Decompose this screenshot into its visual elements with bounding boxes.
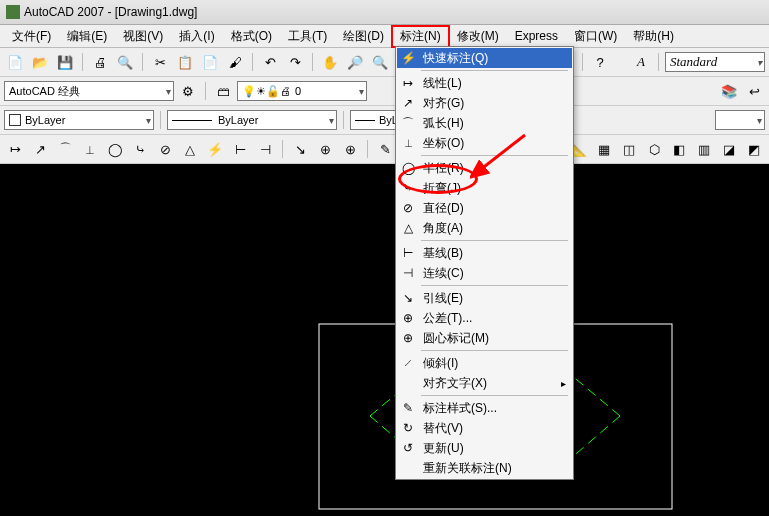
dim-tolerance-icon[interactable]: ⊕ xyxy=(314,138,336,160)
menu-编辑(E)[interactable]: 编辑(E) xyxy=(59,26,115,47)
menuitem-直径(D)[interactable]: ⊘直径(D) xyxy=(397,198,572,218)
dim-arc-icon[interactable]: ⌒ xyxy=(54,138,76,160)
menuitem-label: 基线(B) xyxy=(423,245,463,262)
dim-jogged-icon[interactable]: ⤷ xyxy=(129,138,151,160)
menuitem-线性(L)[interactable]: ↦线性(L) xyxy=(397,73,572,93)
zoom-win-icon[interactable]: 🔍 xyxy=(369,51,391,73)
misc2-icon[interactable]: ◩ xyxy=(743,138,765,160)
menuitem-折弯(J)[interactable]: ⤷折弯(J) xyxy=(397,178,572,198)
redo-icon[interactable]: ↷ xyxy=(284,51,306,73)
menu-修改(M)[interactable]: 修改(M) xyxy=(449,26,507,47)
menuitem-icon: ⚡ xyxy=(399,50,417,66)
menu-帮助(H)[interactable]: 帮助(H) xyxy=(625,26,682,47)
menuitem-坐标(O)[interactable]: ⟂坐标(O) xyxy=(397,133,572,153)
paste-icon[interactable]: 📄 xyxy=(199,51,221,73)
dim-diameter-icon[interactable]: ⊘ xyxy=(154,138,176,160)
new-icon[interactable]: 📄 xyxy=(4,51,26,73)
menuitem-快速标注(Q)[interactable]: ⚡快速标注(Q) xyxy=(397,48,572,68)
menuitem-label: 折弯(J) xyxy=(423,180,461,197)
menuitem-icon xyxy=(399,375,417,391)
open-icon[interactable]: 📂 xyxy=(29,51,51,73)
text-style-dropdown[interactable]: Standard xyxy=(665,52,765,72)
undo-icon[interactable]: ↶ xyxy=(259,51,281,73)
menuitem-公差(T)...[interactable]: ⊕公差(T)... xyxy=(397,308,572,328)
menuitem-label: 弧长(H) xyxy=(423,115,464,132)
block-icon[interactable]: ▦ xyxy=(593,138,615,160)
save-icon[interactable]: 💾 xyxy=(54,51,76,73)
menuitem-角度(A)[interactable]: △角度(A) xyxy=(397,218,572,238)
menuitem-icon: ⊘ xyxy=(399,200,417,216)
menu-绘图(D)[interactable]: 绘图(D) xyxy=(335,26,392,47)
dim-center-icon[interactable]: ⊕ xyxy=(339,138,361,160)
help-icon[interactable]: ? xyxy=(589,51,611,73)
menuitem-更新(U)[interactable]: ↺更新(U) xyxy=(397,438,572,458)
menuitem-icon: ⤷ xyxy=(399,180,417,196)
menuitem-弧长(H)[interactable]: ⌒弧长(H) xyxy=(397,113,572,133)
menuitem-icon: ⊢ xyxy=(399,245,417,261)
menuitem-替代(V)[interactable]: ↻替代(V) xyxy=(397,418,572,438)
menuitem-label: 圆心标记(M) xyxy=(423,330,489,347)
pan-icon[interactable]: ✋ xyxy=(319,51,341,73)
dim-edit-icon[interactable]: ✎ xyxy=(374,138,396,160)
match-icon[interactable]: 🖌 xyxy=(224,51,246,73)
menu-视图(V)[interactable]: 视图(V) xyxy=(115,26,171,47)
plotstyle-dropdown[interactable] xyxy=(715,110,765,130)
menuitem-label: 半径(R) xyxy=(423,160,464,177)
drawing-canvas[interactable] xyxy=(0,164,769,516)
layers-icon[interactable]: 📚 xyxy=(718,80,740,102)
xref-icon[interactable]: ⬡ xyxy=(643,138,665,160)
menu-Express[interactable]: Express xyxy=(507,27,566,45)
cut-icon[interactable]: ✂ xyxy=(149,51,171,73)
menuitem-引线(E)[interactable]: ↘引线(E) xyxy=(397,288,572,308)
layer-state-icons: 💡☀🔓🖨 xyxy=(242,85,291,98)
layer-dropdown[interactable]: 💡☀🔓🖨 0 xyxy=(237,81,367,101)
linetype-sample xyxy=(172,120,212,121)
dim-leader-icon[interactable]: ↘ xyxy=(289,138,311,160)
menuitem-对齐文字(X)[interactable]: 对齐文字(X)▸ xyxy=(397,373,572,393)
menuitem-半径(R)[interactable]: ◯半径(R) xyxy=(397,158,572,178)
table-icon[interactable]: ▥ xyxy=(693,138,715,160)
ws-settings-icon[interactable]: ⚙ xyxy=(177,80,199,102)
menu-格式(O)[interactable]: 格式(O) xyxy=(223,26,280,47)
workspace-dropdown[interactable]: AutoCAD 经典 xyxy=(4,81,174,101)
menu-文件(F)[interactable]: 文件(F) xyxy=(4,26,59,47)
dim-aligned-icon[interactable]: ↗ xyxy=(29,138,51,160)
linetype-dropdown[interactable]: ByLayer xyxy=(167,110,337,130)
menuitem-label: 直径(D) xyxy=(423,200,464,217)
menuitem-对齐(G)[interactable]: ↗对齐(G) xyxy=(397,93,572,113)
menuitem-icon: ⊕ xyxy=(399,310,417,326)
plot-preview-icon[interactable]: 🔍 xyxy=(114,51,136,73)
menu-窗口(W)[interactable]: 窗口(W) xyxy=(566,26,625,47)
menu-工具(T)[interactable]: 工具(T) xyxy=(280,26,335,47)
dim-radius-icon[interactable]: ◯ xyxy=(104,138,126,160)
print-icon[interactable]: 🖨 xyxy=(89,51,111,73)
zoom-rt-icon[interactable]: 🔎 xyxy=(344,51,366,73)
menuitem-label: 引线(E) xyxy=(423,290,463,307)
text-style-a-icon[interactable]: A xyxy=(630,51,652,73)
menuitem-圆心标记(M)[interactable]: ⊕圆心标记(M) xyxy=(397,328,572,348)
menuitem-icon: ⌒ xyxy=(399,115,417,131)
dim-continue-icon[interactable]: ⊣ xyxy=(254,138,276,160)
dimension-menu: ⚡快速标注(Q)↦线性(L)↗对齐(G)⌒弧长(H)⟂坐标(O)◯半径(R)⤷折… xyxy=(395,46,574,480)
insert-icon[interactable]: ◫ xyxy=(618,138,640,160)
misc1-icon[interactable]: ◪ xyxy=(718,138,740,160)
dim-baseline-icon[interactable]: ⊢ xyxy=(229,138,251,160)
copy-icon[interactable]: 📋 xyxy=(174,51,196,73)
menuitem-倾斜(I)[interactable]: ⟋倾斜(I) xyxy=(397,353,572,373)
menuitem-连续(C)[interactable]: ⊣连续(C) xyxy=(397,263,572,283)
menu-标注(N)[interactable]: 标注(N) xyxy=(392,26,449,47)
dim-angular-icon[interactable]: △ xyxy=(179,138,201,160)
region-icon[interactable]: ◧ xyxy=(668,138,690,160)
dim-linear-icon[interactable]: ↦ xyxy=(4,138,26,160)
menuitem-icon: ⟋ xyxy=(399,355,417,371)
dim-ordinate-icon[interactable]: ⟂ xyxy=(79,138,101,160)
menuitem-基线(B)[interactable]: ⊢基线(B) xyxy=(397,243,572,263)
layer-prev-icon[interactable]: ↩ xyxy=(743,80,765,102)
menu-插入(I)[interactable]: 插入(I) xyxy=(171,26,222,47)
toolbar-properties: ByLayer ByLayer ByL xyxy=(0,106,769,135)
color-dropdown[interactable]: ByLayer xyxy=(4,110,154,130)
menuitem-重新关联标注(N)[interactable]: 重新关联标注(N) xyxy=(397,458,572,478)
dim-quick-icon[interactable]: ⚡ xyxy=(204,138,226,160)
menuitem-标注样式(S)...[interactable]: ✎标注样式(S)... xyxy=(397,398,572,418)
layer-prop-icon[interactable]: 🗃 xyxy=(212,80,234,102)
